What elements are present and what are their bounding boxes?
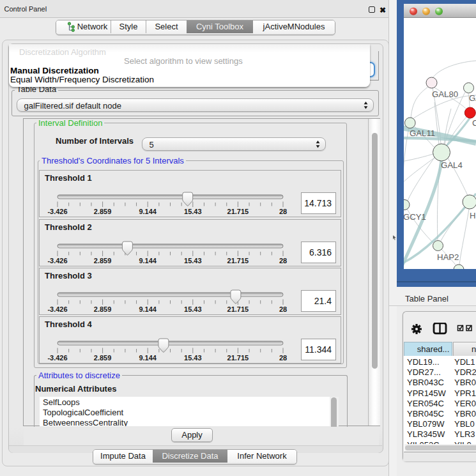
- svg-text:GCY1: GCY1: [404, 212, 426, 222]
- svg-text:2.859: 2.859: [94, 354, 112, 362]
- svg-text:21.715: 21.715: [227, 257, 249, 265]
- svg-text:21.715: 21.715: [227, 354, 249, 362]
- svg-text:28: 28: [279, 208, 287, 215]
- svg-text:HAP2: HAP2: [437, 252, 459, 262]
- svg-text:28: 28: [279, 354, 287, 362]
- svg-text:2.859: 2.859: [94, 257, 112, 265]
- svg-text:GA: GA: [469, 93, 476, 103]
- svg-text:-3.426: -3.426: [47, 208, 67, 215]
- svg-text:C: C: [472, 118, 476, 128]
- svg-text:H: H: [470, 211, 476, 220]
- svg-text:2.859: 2.859: [94, 208, 112, 215]
- svg-text:15.43: 15.43: [184, 305, 202, 312]
- svg-text:GAL4: GAL4: [441, 160, 463, 170]
- svg-text:9.144: 9.144: [139, 257, 157, 265]
- svg-text:28: 28: [279, 305, 287, 312]
- svg-text:9.144: 9.144: [139, 354, 157, 362]
- svg-text:15.43: 15.43: [184, 257, 202, 265]
- svg-text:-3.426: -3.426: [47, 305, 67, 312]
- svg-text:2.859: 2.859: [94, 305, 112, 312]
- svg-text:9.144: 9.144: [139, 208, 157, 215]
- svg-text:21.715: 21.715: [227, 305, 249, 312]
- svg-text:15.43: 15.43: [184, 208, 202, 215]
- svg-text:21.715: 21.715: [227, 208, 249, 215]
- svg-text:28: 28: [279, 257, 287, 265]
- svg-text:9.144: 9.144: [139, 305, 157, 312]
- svg-text:-3.426: -3.426: [47, 257, 67, 265]
- svg-text:15.43: 15.43: [184, 354, 202, 362]
- svg-text:GAL11: GAL11: [410, 128, 435, 138]
- svg-text:-3.426: -3.426: [47, 354, 67, 362]
- svg-text:GAL80: GAL80: [432, 89, 458, 99]
